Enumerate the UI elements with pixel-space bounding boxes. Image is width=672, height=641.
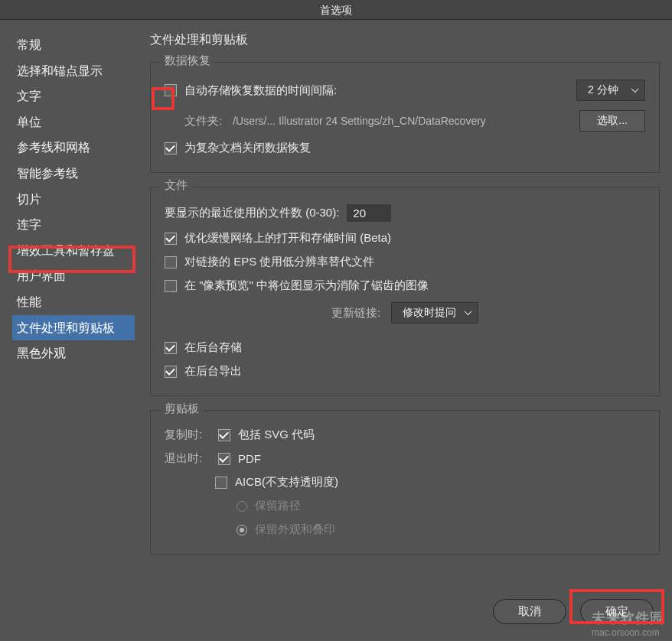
autosave-label: 自动存储恢复数据的时间间隔: — [184, 83, 337, 98]
disable-complex-recovery-label: 为复杂文档关闭数据恢复 — [184, 141, 311, 155]
sidebar-item-type[interactable]: 文字 — [12, 83, 135, 109]
section-title-recovery: 数据恢复 — [160, 54, 215, 68]
pdf-label: PDF — [238, 452, 261, 465]
autosave-checkbox[interactable] — [165, 84, 177, 96]
chevron-down-icon — [464, 311, 470, 317]
recent-files-label: 要显示的最近使用的文件数 (0-30): — [165, 206, 339, 220]
sidebar-item-selection-anchor[interactable]: 选择和锚点显示 — [12, 58, 135, 84]
update-links-label: 更新链接: — [331, 306, 380, 320]
bg-save-label: 在后台存储 — [184, 340, 242, 355]
sidebar-item-plugins-scratch[interactable]: 增效工具和暂存盘 — [12, 238, 135, 264]
chevron-down-icon — [631, 88, 637, 94]
preserve-paths-label: 保留路径 — [255, 499, 301, 513]
bg-export-checkbox[interactable] — [165, 366, 177, 378]
preferences-sidebar: 常规 选择和锚点显示 文字 单位 参考线和网格 智能参考线 切片 连字 增效工具… — [12, 32, 135, 568]
bg-export-label: 在后台导出 — [184, 364, 242, 379]
aicb-checkbox[interactable] — [215, 477, 227, 489]
cancel-button[interactable]: 取消 — [493, 599, 566, 624]
preserve-paths-radio[interactable] — [237, 501, 247, 512]
watermark: 未来软件园 mac.orsoon.com — [592, 609, 664, 638]
sidebar-item-guides-grid[interactable]: 参考线和网格 — [12, 135, 135, 161]
eps-lowres-checkbox[interactable] — [165, 256, 177, 268]
update-links-select[interactable]: 修改时提问 — [391, 302, 478, 324]
section-title-clipboard: 剪贴板 — [160, 402, 204, 416]
sidebar-item-file-clipboard[interactable]: 文件处理和剪贴板 — [12, 315, 135, 341]
optimize-network-checkbox[interactable] — [165, 233, 177, 245]
include-svg-label: 包括 SVG 代码 — [238, 428, 315, 442]
pixel-preview-antialias-label: 在 "像素预览" 中将位图显示为消除了锯齿的图像 — [184, 278, 429, 293]
recent-files-input[interactable] — [347, 204, 391, 222]
sidebar-item-hyphenation[interactable]: 连字 — [12, 212, 135, 238]
page-title: 文件处理和剪贴板 — [150, 32, 660, 48]
sidebar-item-smart-guides[interactable]: 智能参考线 — [12, 161, 135, 187]
sidebar-item-ui[interactable]: 用户界面 — [12, 263, 135, 289]
aicb-label: AICB(不支持透明度) — [235, 475, 338, 490]
optimize-network-label: 优化缓慢网络上的打开和存储时间 (Beta) — [184, 231, 391, 246]
copy-label: 复制时: — [165, 428, 207, 442]
sidebar-item-slices[interactable]: 切片 — [12, 187, 135, 213]
bg-save-checkbox[interactable] — [165, 342, 177, 354]
folder-label: 文件夹: — [184, 114, 222, 129]
section-clipboard: 剪贴板 复制时: 包括 SVG 代码 退出时: PDF AICB(不支持透明度)… — [150, 410, 660, 555]
sidebar-item-general[interactable]: 常规 — [12, 32, 135, 58]
preserve-appearance-label: 保留外观和叠印 — [255, 522, 335, 537]
choose-folder-button[interactable]: 选取... — [579, 110, 645, 132]
quit-label: 退出时: — [165, 451, 207, 466]
sidebar-item-units[interactable]: 单位 — [12, 109, 135, 135]
eps-lowres-label: 对链接的 EPS 使用低分辨率替代文件 — [184, 255, 374, 269]
recovery-folder-path: /Users/... Illustrator 24 Settings/zh_CN… — [233, 115, 486, 127]
window-titlebar: 首选项 — [0, 0, 672, 20]
autosave-interval-select[interactable]: 2 分钟 — [576, 80, 645, 101]
sidebar-item-performance[interactable]: 性能 — [12, 289, 135, 315]
window-title: 首选项 — [320, 4, 352, 16]
pixel-preview-antialias-checkbox[interactable] — [165, 280, 177, 292]
preserve-appearance-radio[interactable] — [237, 525, 247, 535]
section-title-files: 文件 — [160, 178, 192, 193]
include-svg-checkbox[interactable] — [218, 429, 230, 441]
sidebar-item-black-appearance[interactable]: 黑色外观 — [12, 340, 135, 366]
pdf-checkbox[interactable] — [218, 453, 230, 465]
section-files: 文件 要显示的最近使用的文件数 (0-30): 优化缓慢网络上的打开和存储时间 … — [150, 187, 660, 396]
section-data-recovery: 数据恢复 自动存储恢复数据的时间间隔: 2 分钟 文件夹: /Users/...… — [150, 62, 660, 173]
disable-complex-recovery-checkbox[interactable] — [165, 142, 177, 155]
